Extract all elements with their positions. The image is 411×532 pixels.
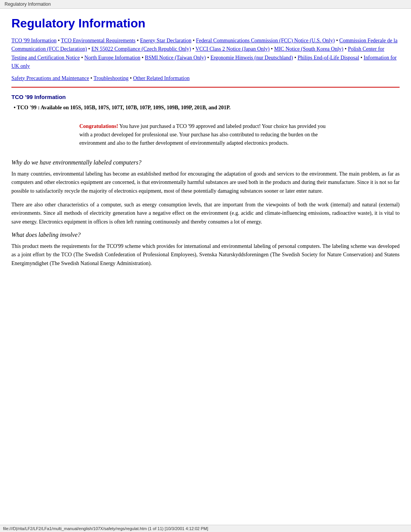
nav-safety[interactable]: Safety Precautions and Maintenance [11,75,89,81]
second-nav: Safety Precautions and Maintenance • Tro… [11,75,400,81]
what-section: What does labeling involve? This product… [11,232,400,268]
why-para-1: In many countries, environmental labelin… [11,170,400,195]
nav-ergonomie[interactable]: Ergonomie Hinweis (nur Deutschland) [210,55,293,61]
nav-mic[interactable]: MIC Notice (South Korea Only) [274,46,343,52]
nav-vcci[interactable]: VCCI Class 2 Notice (Japan Only) [196,46,270,52]
nav-en55022[interactable]: EN 55022 Compliance (Czech Republic Only… [91,46,191,52]
nav-fcc[interactable]: Federal Communications Commission (FCC) … [196,38,335,43]
nav-tco99[interactable]: TCO '99 Information [11,38,56,43]
nav-philips[interactable]: Philips End-of-Life Disposal [298,55,359,61]
why-para-2: There are also other characteristics of … [11,201,400,226]
nav-tco-env[interactable]: TCO Environmental Requirements [61,38,135,43]
nav-other[interactable]: Other Related Information [133,75,190,81]
browser-tab: Regulatory Information [0,0,411,9]
tco-section-title: TCO '99 Information [11,94,400,100]
tco-bullet: TCO '99 : Available on 105S, 105B, 107S,… [11,105,400,111]
nav-north-europe[interactable]: North Europe Information [84,55,140,61]
status-bar-text: file:///D|/rita/LF2/LF2/LFa1/multi_manua… [3,526,208,531]
why-section: Why do we have environmentally labeled c… [11,159,400,226]
congratulations-block: Congratulations! You have just purchased… [80,122,332,148]
nav-bsmi[interactable]: BSMI Notice (Taiwan Only) [145,55,206,61]
page-title: Regulatory Information [11,16,400,30]
status-bar: file:///D|/rita/LF2/LF2/LFa1/multi_manua… [0,525,411,532]
what-heading: What does labeling involve? [11,232,400,238]
nav-links: TCO '99 Information • TCO Environmental … [11,37,400,71]
congrats-word: Congratulations! [80,123,118,129]
what-para-1: This product meets the requirements for … [11,242,400,268]
nav-energy-star[interactable]: Energy Star Declaration [140,38,191,43]
top-divider [11,87,400,88]
nav-troubleshooting[interactable]: Troubleshooting [94,75,129,81]
browser-tab-label: Regulatory Information [5,2,51,7]
tco-section: TCO '99 Information TCO '99 : Available … [11,94,400,148]
why-heading: Why do we have environmentally labeled c… [11,159,400,166]
